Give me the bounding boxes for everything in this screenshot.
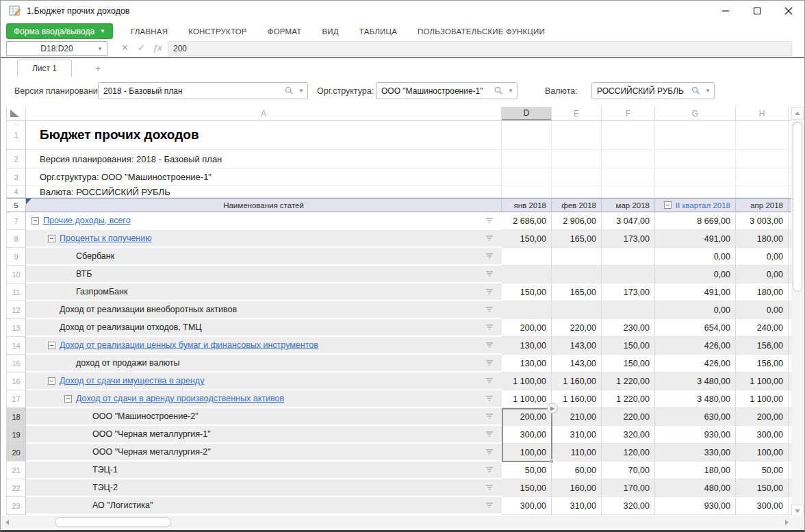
row-header-12[interactable]: 12 bbox=[7, 301, 26, 319]
cell-E7[interactable]: 2 906,00 bbox=[552, 212, 602, 230]
filter-funnel-icon[interactable] bbox=[485, 377, 494, 384]
ribbon-tab-3[interactable]: ВИД bbox=[322, 27, 339, 36]
filter-funnel-icon[interactable] bbox=[485, 431, 494, 438]
cell-G21[interactable]: 180,00 bbox=[655, 461, 736, 479]
info-cell-empty[interactable] bbox=[502, 186, 552, 198]
row-header-13[interactable]: 13 bbox=[7, 319, 26, 337]
cell-F19[interactable]: 320,00 bbox=[602, 426, 655, 444]
info-cell-empty[interactable] bbox=[552, 186, 602, 198]
row-header-3[interactable]: 3 bbox=[7, 168, 26, 186]
row-header-2[interactable]: 2 bbox=[7, 150, 26, 168]
collapse-box-icon[interactable] bbox=[64, 395, 72, 403]
ribbon-tab-2[interactable]: ФОРМАТ bbox=[268, 27, 302, 36]
chevron-down-icon[interactable]: ▼ bbox=[705, 88, 711, 94]
info-cell-empty[interactable] bbox=[552, 168, 602, 186]
filter-funnel-icon[interactable] bbox=[485, 235, 494, 242]
article-cell-19[interactable]: ООО "Черная металлургия-1" bbox=[26, 426, 502, 444]
row-header-9[interactable]: 9 bbox=[7, 248, 26, 266]
cell-D10[interactable] bbox=[502, 266, 552, 283]
article-cell-16[interactable]: Доход от сдачи имущества в аренду bbox=[26, 372, 502, 390]
row-header-18[interactable]: 18 bbox=[7, 408, 26, 426]
article-label[interactable]: Проценты к получению bbox=[60, 233, 152, 243]
article-cell-18[interactable]: ООО "Машиностроение-2" bbox=[26, 408, 502, 426]
cell-H17[interactable]: 1 100,00 bbox=[736, 390, 789, 408]
filter-funnel-icon[interactable] bbox=[485, 270, 494, 277]
column-header-D[interactable]: D bbox=[502, 107, 552, 121]
minimize-button[interactable] bbox=[710, 1, 741, 21]
info-cell-empty[interactable] bbox=[736, 150, 789, 168]
cancel-entry-icon[interactable]: ✕ bbox=[121, 42, 129, 53]
cell-G14[interactable]: 426,00 bbox=[655, 337, 736, 355]
cell-E19[interactable]: 310,00 bbox=[552, 426, 602, 444]
period-header-2[interactable]: мар 2018 bbox=[602, 198, 655, 212]
cell-F10[interactable] bbox=[602, 266, 655, 283]
filter-funnel-icon[interactable] bbox=[485, 217, 494, 224]
add-sheet-button[interactable]: + bbox=[84, 60, 112, 77]
info-cell-empty[interactable] bbox=[736, 186, 789, 198]
cell-G22[interactable]: 480,00 bbox=[655, 479, 736, 497]
row-header-14[interactable]: 14 bbox=[7, 337, 26, 355]
article-cell-17[interactable]: Доход от сдачи в аренду производственных… bbox=[26, 390, 502, 408]
info-cell-empty[interactable] bbox=[736, 121, 789, 150]
column-header-G[interactable]: G bbox=[655, 107, 736, 121]
cell-E21[interactable]: 60,00 bbox=[552, 461, 602, 479]
row-header-4[interactable]: 4 bbox=[7, 186, 26, 198]
ribbon-tab-4[interactable]: ТАБЛИЦА bbox=[359, 27, 397, 36]
scroll-up-button[interactable] bbox=[791, 107, 804, 120]
article-cell-14[interactable]: Доход от реализации ценных бумаг и финан… bbox=[26, 337, 502, 355]
article-cell-15[interactable]: доход от продажи валюты bbox=[26, 355, 502, 372]
article-cell-8[interactable]: Проценты к получению bbox=[26, 230, 502, 248]
article-label[interactable]: Доход от сдачи в аренду производственных… bbox=[76, 394, 284, 403]
info-cell-empty[interactable] bbox=[502, 168, 552, 186]
cell-E15[interactable]: 143,00 bbox=[552, 355, 602, 372]
article-cell-22[interactable]: ТЭЦ-2 bbox=[26, 479, 502, 497]
article-cell-11[interactable]: ГазпромБанк bbox=[26, 283, 502, 301]
horizontal-scrollbar[interactable] bbox=[1, 516, 793, 529]
cell-D21[interactable]: 50,00 bbox=[502, 461, 552, 479]
row-header-20[interactable]: 20 bbox=[7, 444, 26, 461]
cell-D16[interactable]: 1 100,00 bbox=[502, 372, 552, 390]
cell-D15[interactable]: 130,00 bbox=[502, 355, 552, 372]
article-cell-13[interactable]: Доход от реализации отходов, ТМЦ bbox=[26, 319, 502, 337]
cell-D13[interactable]: 200,00 bbox=[502, 319, 552, 337]
filter-funnel-icon[interactable] bbox=[485, 342, 494, 349]
cell-D23[interactable]: 300,00 bbox=[502, 497, 552, 515]
cell-F14[interactable]: 150,00 bbox=[602, 337, 655, 355]
cell-D17[interactable]: 1 100,00 bbox=[502, 390, 552, 408]
cell-F8[interactable]: 173,00 bbox=[602, 230, 655, 248]
column-header-E[interactable]: E bbox=[552, 107, 602, 121]
ribbon-tab-5[interactable]: ПОЛЬЗОВАТЕЛЬСКИЕ ФУНКЦИИ bbox=[418, 27, 545, 36]
sheet-tab-list1[interactable]: Лист 1 bbox=[17, 60, 72, 77]
cell-H10[interactable]: 0,00 bbox=[736, 266, 789, 283]
row-header-16[interactable]: 16 bbox=[7, 372, 26, 390]
filter-funnel-icon[interactable] bbox=[485, 288, 494, 295]
cell-E14[interactable]: 143,00 bbox=[552, 337, 602, 355]
cell-F17[interactable]: 1 220,00 bbox=[602, 390, 655, 408]
cell-F21[interactable]: 70,00 bbox=[602, 461, 655, 479]
close-button[interactable] bbox=[773, 1, 804, 21]
cell-F16[interactable]: 1 220,00 bbox=[602, 372, 655, 390]
cell-G15[interactable]: 426,00 bbox=[655, 355, 736, 372]
cell-G23[interactable]: 930,00 bbox=[655, 497, 736, 515]
cell-D9[interactable] bbox=[502, 248, 552, 266]
name-box[interactable]: D18:D20 ▼ bbox=[6, 41, 107, 56]
row-header-23[interactable]: 23 bbox=[7, 497, 26, 515]
info-cell-empty[interactable] bbox=[552, 150, 602, 168]
article-label[interactable]: Прочие доходы, всего bbox=[43, 216, 131, 225]
cell-G11[interactable]: 491,00 bbox=[655, 283, 736, 301]
cell-H22[interactable]: 150,00 bbox=[736, 479, 789, 497]
vertical-scrollbar[interactable] bbox=[791, 107, 804, 518]
cell-H13[interactable]: 240,00 bbox=[736, 319, 789, 337]
cell-E9[interactable] bbox=[552, 248, 602, 266]
insert-function-icon[interactable]: ƒx bbox=[153, 42, 162, 53]
article-cell-7[interactable]: Прочие доходы, всего bbox=[26, 212, 502, 230]
row-header-15[interactable]: 15 bbox=[7, 355, 26, 372]
collapse-box-icon[interactable] bbox=[31, 217, 39, 225]
cell-E16[interactable]: 1 160,00 bbox=[552, 372, 602, 390]
info-cell-empty[interactable] bbox=[502, 121, 552, 150]
cell-F11[interactable]: 173,00 bbox=[602, 283, 655, 301]
chevron-down-icon[interactable]: ▼ bbox=[508, 88, 513, 94]
cell-D22[interactable]: 150,00 bbox=[502, 479, 552, 497]
cell-E12[interactable] bbox=[552, 301, 602, 319]
cell-G8[interactable]: 491,00 bbox=[655, 230, 736, 248]
